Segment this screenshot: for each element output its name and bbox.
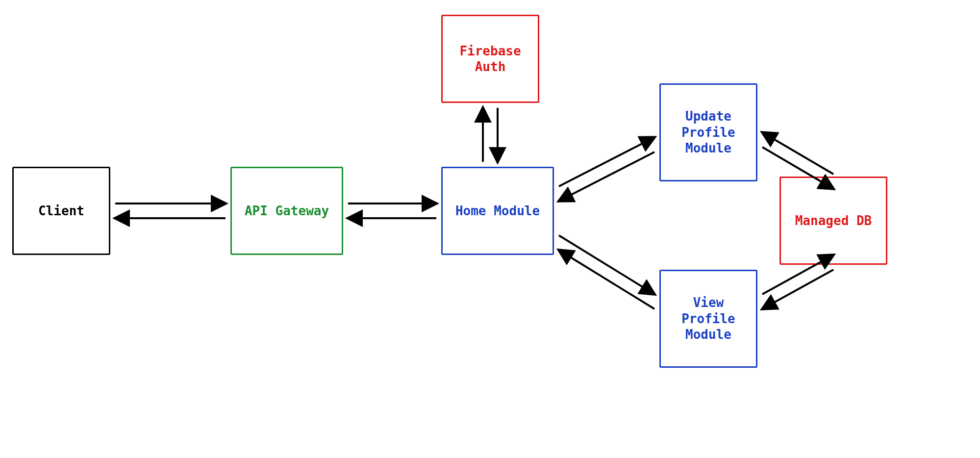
node-managed-db-label: Managed DB	[795, 213, 872, 229]
edge-home-firebase	[483, 108, 498, 162]
svg-line-8	[559, 235, 654, 294]
node-client-label: Client	[38, 203, 84, 219]
edge-home-updateprofile	[559, 137, 654, 201]
node-view-profile: ViewProfileModule	[659, 270, 757, 368]
node-update-profile-label: UpdateProfileModule	[681, 108, 735, 156]
edge-apigateway-home	[348, 204, 436, 218]
node-update-profile: UpdateProfileModule	[659, 83, 757, 181]
node-view-profile-label: ViewProfileModule	[681, 295, 735, 343]
node-api-gateway-label: API Gateway	[245, 203, 329, 219]
node-firebase-auth-label: FirebaseAuth	[459, 43, 521, 75]
svg-line-6	[559, 137, 654, 186]
node-home-module: Home Module	[441, 167, 554, 255]
node-home-module-label: Home Module	[455, 203, 540, 219]
node-client: Client	[12, 167, 110, 255]
edge-home-viewprofile	[559, 235, 654, 309]
svg-line-7	[559, 152, 654, 201]
svg-line-11	[762, 132, 833, 174]
node-firebase-auth: FirebaseAuth	[441, 15, 539, 103]
node-api-gateway: API Gateway	[230, 167, 343, 255]
edge-client-apigateway	[115, 204, 226, 218]
svg-line-9	[559, 250, 654, 309]
svg-line-13	[762, 270, 833, 309]
node-managed-db: Managed DB	[779, 177, 887, 265]
